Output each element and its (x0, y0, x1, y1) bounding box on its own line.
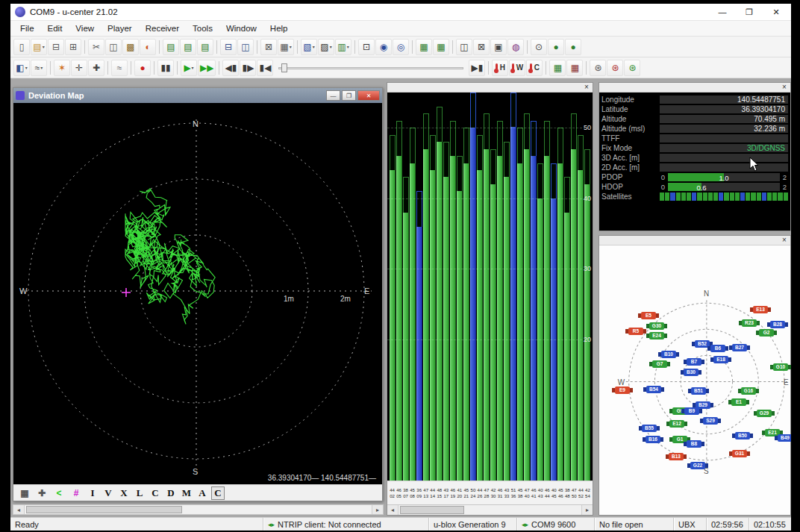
menu-view[interactable]: View (69, 22, 101, 34)
jump-end-button[interactable]: ▶▮ (469, 60, 485, 76)
close-view-button[interactable]: ⊠ (260, 39, 277, 55)
signal-scrollbar-track[interactable] (399, 505, 581, 515)
binary-console-button[interactable]: ⊠ (473, 39, 490, 55)
signal-horizontal-scrollbar[interactable]: ◂ ▸ (387, 504, 593, 515)
gear-red-button[interactable]: ⊛ (607, 60, 623, 76)
hotkey-tool-button[interactable]: ✛ (71, 60, 87, 76)
fast-forward-button[interactable]: ▶▶ (198, 60, 216, 76)
deviation-map-titlebar[interactable]: Deviation Map — ❐ ✕ (13, 88, 382, 103)
playback-position-slider[interactable] (278, 61, 463, 75)
signal-bar (390, 93, 396, 481)
add-table-button[interactable]: ▤ (180, 39, 196, 55)
configuration-gear-button[interactable]: ⊛ (590, 60, 606, 76)
gear-green-button[interactable]: ⊛ (624, 60, 640, 76)
configuration-view-button[interactable]: ▦ (433, 39, 449, 55)
text-console-button[interactable]: ▣ (490, 39, 507, 55)
messages-view-button[interactable]: ▦ (416, 39, 432, 55)
sky-panel-close-icon[interactable]: × (778, 236, 790, 245)
copy-button[interactable]: ◫ (105, 39, 122, 55)
satellite-G10: G10 (773, 363, 788, 371)
position-tool-button[interactable]: ✚ (88, 60, 104, 76)
menu-file[interactable]: File (13, 22, 41, 34)
print-button[interactable]: ⊟ (48, 39, 64, 55)
poll-messages-button[interactable]: ▦ (549, 60, 566, 76)
paste-button[interactable]: ▩ (122, 39, 139, 55)
packet-console-button[interactable]: ◫ (456, 39, 472, 55)
restore-button[interactable]: ❐ (736, 4, 763, 20)
sky-view-button[interactable]: ◉ (375, 39, 392, 55)
hotstart-button[interactable]: H (492, 60, 508, 76)
deviation-letter-0[interactable]: I (86, 486, 99, 500)
step-forward-button[interactable]: ▮▶ (240, 60, 256, 76)
sky-view-panel: × N S W E (599, 235, 791, 516)
deviation-letter-1[interactable]: V (101, 486, 115, 500)
step-back-button[interactable]: ◀▮ (222, 60, 239, 76)
capture-screen-button[interactable]: ⊙ (531, 39, 547, 55)
mdi-scrollbar-track[interactable] (25, 505, 372, 514)
send-messages-button[interactable]: ▦ (566, 60, 583, 76)
add-map-button[interactable]: ▤ (197, 39, 213, 55)
deviation-letter-2[interactable]: X (117, 486, 131, 500)
new-file-button[interactable]: ▯ (13, 39, 30, 55)
deviation-letter-3[interactable]: L (133, 486, 146, 500)
port-config-button[interactable]: ◧▾ (13, 60, 30, 76)
signal-scrollbar-thumb[interactable] (400, 506, 464, 514)
pan-move-tool[interactable]: ✚ (34, 486, 49, 500)
menu-edit[interactable]: Edit (41, 22, 69, 34)
menu-player[interactable]: Player (101, 22, 139, 34)
menu-help[interactable]: Help (263, 22, 295, 34)
table-view-button[interactable]: ▦▾ (278, 39, 294, 55)
deviation-minimize-button[interactable]: — (326, 90, 340, 101)
menu-receiver[interactable]: Receiver (139, 22, 186, 34)
chart-gridline (387, 128, 582, 128)
properties-tool[interactable]: ▦ (17, 486, 32, 500)
histogram-view-button[interactable]: ▥▾ (335, 39, 351, 55)
deviation-restore-button[interactable]: ❐ (342, 90, 356, 101)
record-log-button[interactable]: ● (548, 39, 564, 55)
autobauding-button[interactable]: ✶ (54, 60, 70, 76)
play-log-button[interactable]: ● (565, 39, 581, 55)
data-panel-close-icon[interactable]: × (778, 83, 790, 92)
deviation-letter-8[interactable]: C (211, 486, 225, 500)
jump-start-button[interactable]: ▮◀ (257, 60, 273, 76)
signal-panel-close-icon[interactable]: × (581, 83, 593, 92)
add-chart-button[interactable]: ▤ (163, 39, 179, 55)
deviation-map-button[interactable]: ◎ (393, 39, 409, 55)
docking-windows-button[interactable]: ⊡ (358, 39, 375, 55)
scroll-left-icon[interactable]: ◂ (387, 505, 399, 515)
gauge-min: 0 (660, 173, 666, 181)
color-scheme-button[interactable]: ◐ (140, 39, 156, 55)
deviation-letter-7[interactable]: A (196, 486, 209, 500)
baudrate-button[interactable]: ≈▾ (31, 60, 47, 76)
clear-trace-tool[interactable]: < (51, 486, 66, 500)
scroll-right-icon[interactable]: ▸ (581, 505, 593, 515)
tile-horizontal-button[interactable]: ⊟ (220, 39, 237, 55)
camera-view-button[interactable]: ▨▾ (318, 39, 334, 55)
scroll-left-icon[interactable]: ◂ (13, 505, 25, 514)
mdi-horizontal-scrollbar[interactable]: ◂ ▸ (13, 504, 384, 515)
deviation-letter-5[interactable]: D (164, 486, 178, 500)
menu-window[interactable]: Window (219, 22, 263, 34)
tile-vertical-button[interactable]: ◫ (237, 39, 254, 55)
cut-button[interactable]: ✂ (88, 39, 104, 55)
scroll-right-icon[interactable]: ▸ (372, 505, 383, 514)
chart-view-button[interactable]: ▧▾ (301, 39, 317, 55)
record-button[interactable]: ● (134, 60, 151, 76)
minimize-button[interactable]: — (709, 4, 736, 20)
mdi-scrollbar-thumb[interactable] (26, 506, 182, 513)
grid-toggle-tool[interactable]: # (69, 486, 84, 500)
print-preview-button[interactable]: ⊞ (65, 39, 81, 55)
coldstart-button[interactable]: C (526, 60, 543, 76)
deviation-close-button[interactable]: ✕ (357, 90, 380, 101)
warmstart-button[interactable]: W (509, 60, 525, 76)
menu-tools[interactable]: Tools (186, 22, 219, 34)
slider-thumb[interactable] (281, 63, 287, 72)
pause-button[interactable]: ▮▮ (157, 60, 174, 76)
play-button[interactable]: ▶▾ (181, 60, 197, 76)
level-tool-button[interactable]: ≈ (111, 60, 128, 76)
close-button[interactable]: ✕ (763, 4, 790, 20)
deviation-letter-6[interactable]: M (180, 486, 193, 500)
statistic-view-button[interactable]: ◍ (507, 39, 524, 55)
deviation-letter-4[interactable]: C (149, 486, 162, 500)
open-file-button[interactable]: ▤▾ (31, 39, 47, 55)
